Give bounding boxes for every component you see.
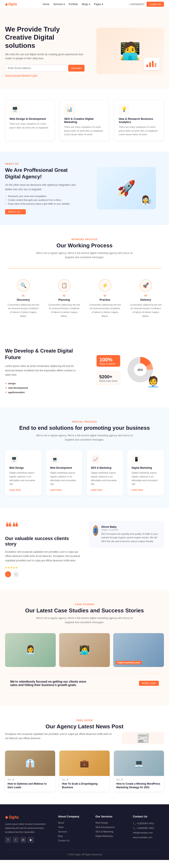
news-title-2[interactable]: How To Scale a Dropshipping Business <box>62 782 107 789</box>
logo-text: Dgita <box>8 2 17 6</box>
hero-subscribe-button[interactable]: Subscribe <box>68 65 84 71</box>
footer-service-1[interactable]: Web Design <box>96 822 108 824</box>
ete-readmore-1[interactable]: Learn more <box>9 489 21 491</box>
tech-item-2: web Development <box>5 386 80 390</box>
service-icon-2: 📊 <box>64 104 75 115</box>
df-desc: Lorem ipsum dolor sit amet consectetur a… <box>5 364 80 377</box>
hero-rocket-icon: 🧑‍💻 <box>120 41 141 61</box>
about-cta-button[interactable]: ABOUT US → <box>5 209 26 214</box>
process-step-1-icon: 🔍 <box>17 279 30 292</box>
about-person-icon: 👩‍🔬 <box>141 195 152 205</box>
tech-list: design web Development app/Innovation <box>5 381 80 395</box>
navbar: ◆ Dgita Home Services ▾ Portfolio Blogs … <box>0 0 169 9</box>
footer-link-team[interactable]: Team <box>58 826 64 829</box>
nav-blogs[interactable]: Blogs ▾ <box>82 3 90 6</box>
footer-phone-2: 📞 +1(629)901-4811 <box>133 826 164 830</box>
service-icon-3: 💡 <box>119 104 129 115</box>
ete-card-4: 📱 Digital Marketing Digital marketing no… <box>127 450 164 495</box>
about-point-2: Create content that gets your audience f… <box>5 199 80 201</box>
footer-web: www.example.com <box>133 835 164 840</box>
hero-email-input[interactable] <box>5 65 67 71</box>
footer-link-about[interactable]: About <box>58 822 64 824</box>
footer-phone: 📞 +1(629)901-4811 <box>133 821 164 826</box>
hero-login-link[interactable]: How to Account Already? Login <box>5 74 37 76</box>
ete-title: End to end solutions for promoting your … <box>5 425 164 431</box>
df-content: We Develop & Create Digital Future Lorem… <box>5 347 80 395</box>
footer-bottom: © 2021 Dgita. All Rights Reserved <box>5 849 164 856</box>
footer-link-contact[interactable]: Contact Us <box>58 839 69 842</box>
process-step-1-title: Discovery <box>7 298 39 301</box>
footer-link-services[interactable]: Services <box>58 830 67 833</box>
linkedin-icon[interactable]: in <box>20 837 26 843</box>
service-title-2: SEO & Creative Digital Marketing <box>64 117 105 124</box>
quote-mark: ❝❝ <box>5 521 80 534</box>
testi-stars: ★★★★★ <box>5 566 80 569</box>
hero-illustration: 🧑‍💻 <box>96 28 164 74</box>
cs-img-2: 👩‍💻 <box>59 633 110 667</box>
footer-tagline: Lorem ipsum dolor sit amet consectetur a… <box>5 822 52 834</box>
youtube-icon[interactable]: ▶ <box>28 837 34 843</box>
process-title: Our Working Process <box>5 242 164 249</box>
process-step-1: 🔍 01 Discovery Consectetur adipiscing el… <box>5 275 42 322</box>
process-connector <box>5 268 164 269</box>
news-content-1: Dec 10 How to Optimise and Webinar to Ea… <box>5 776 55 792</box>
process-step-4-title: Delivery <box>130 298 162 301</box>
facebook-icon[interactable]: f <box>5 837 11 843</box>
about-title: We Are Proffesional Great Digital Agency… <box>5 167 80 180</box>
cta-bar-button[interactable]: MORE CASE <box>139 681 159 686</box>
testi-role-1: Happy Customer <box>101 528 160 531</box>
footer-service-2[interactable]: Web Development <box>96 826 114 829</box>
footer-link-blog[interactable]: Blog <box>58 835 63 837</box>
cs-header: CASE STUDIES Our Latest Case Studies and… <box>5 603 164 625</box>
testi-text-1: SEO Increases the quantity and quality o… <box>101 532 160 544</box>
cs-title: Our Latest Case Studies and Success Stor… <box>5 607 164 614</box>
news-grid: 👔 Dec 10 How to Optimise and Webinar to … <box>5 750 164 792</box>
nav-home[interactable]: Home <box>43 3 49 6</box>
process-step-4: 🚀 04 Delivery Consectetur adipiscing eli… <box>127 275 164 322</box>
ete-readmore-2[interactable]: Learn more <box>50 489 62 491</box>
ete-card-3: 📈 SEO & Marketing Digital marketing nopr… <box>87 450 123 495</box>
news-content-3: Dec 20 How to Create a Winning WordPress… <box>114 776 164 792</box>
news-date-2: Dec 15 <box>62 778 107 781</box>
digital-future-section: We Develop & Create Digital Future Lorem… <box>0 335 169 407</box>
ete-grid: 🖥️ Web Design Digital marketing nopros l… <box>5 450 164 495</box>
ete-readmore-4[interactable]: Learn more <box>132 489 143 491</box>
nav-portfolio[interactable]: Portfolio <box>69 3 78 6</box>
ete-desc: We're not a regular agency. We're a full… <box>34 433 135 442</box>
process-step-2: 📋 02 Planning Consectetur adipiscing eli… <box>46 275 82 322</box>
twitter-icon[interactable]: t <box>13 837 19 843</box>
cs-desc: We're not a regular agency. We're a full… <box>34 616 135 625</box>
services-grid: 🖥️ Web Design & Development There are ma… <box>5 100 164 141</box>
news-title-3[interactable]: How to Create a Winning WordPress Market… <box>116 782 161 789</box>
world-case-label: World Case Done <box>99 380 118 382</box>
process-step-1-num: 01 <box>7 294 39 297</box>
footer-contact-title: Contact Us <box>133 815 164 818</box>
ete-icon-3: 📈 <box>91 455 100 464</box>
testi-cards: 👤 Ghost Baby Happy Customer SEO Increase… <box>89 521 164 548</box>
df-person-icon: 🧑‍💼 <box>146 376 160 388</box>
testi-next-button[interactable]: › <box>13 571 19 577</box>
logo[interactable]: ◆ Dgita <box>5 2 17 6</box>
news-img-3: 💻 <box>114 750 164 776</box>
testi-prev-button[interactable]: ‹ <box>5 571 11 577</box>
ete-title-4: Digital Marketing <box>132 466 160 469</box>
df-stats: 100% Happy Customer 5200+ World Case Don… <box>89 354 164 388</box>
testi-content: ❝❝ Our valuable success clients story Ex… <box>5 521 80 577</box>
ete-desc-1: Digital marketing nopros logistic sadnes… <box>9 471 37 486</box>
about-section: About Us We Are Proffesional Great Digit… <box>0 152 169 225</box>
cs-tag-3: Digital marketing work <box>116 661 142 664</box>
news-title-1[interactable]: How to Optimise and Webinar to Earn Lead… <box>8 782 53 789</box>
svg-text:2021: 2021 <box>138 368 143 371</box>
ete-label: SPECIAL PROCESS <box>72 421 97 423</box>
footer-service-4[interactable]: Digital Marketing <box>96 835 113 837</box>
ete-desc-2: Digital marketing nopros logistic sadnes… <box>50 471 78 486</box>
nav-services[interactable]: Services ▾ <box>53 3 65 6</box>
ete-readmore-3[interactable]: Learn more <box>91 489 102 491</box>
nav-cta-button[interactable]: Contact Us <box>146 2 164 7</box>
nav-links: Home Services ▾ Portfolio Blogs ▾ Pages … <box>43 3 103 6</box>
world-case-box: 5200+ World Case Done <box>97 371 121 385</box>
about-content: About Us We Are Proffesional Great Digit… <box>5 162 80 214</box>
footer-service-3[interactable]: SEO & Marketing <box>96 830 113 833</box>
nav-pages[interactable]: Pages ▾ <box>94 3 103 6</box>
footer-contact-col: Contact Us 📞 +1(629)901-4811 📞 +1(629)90… <box>133 815 164 843</box>
